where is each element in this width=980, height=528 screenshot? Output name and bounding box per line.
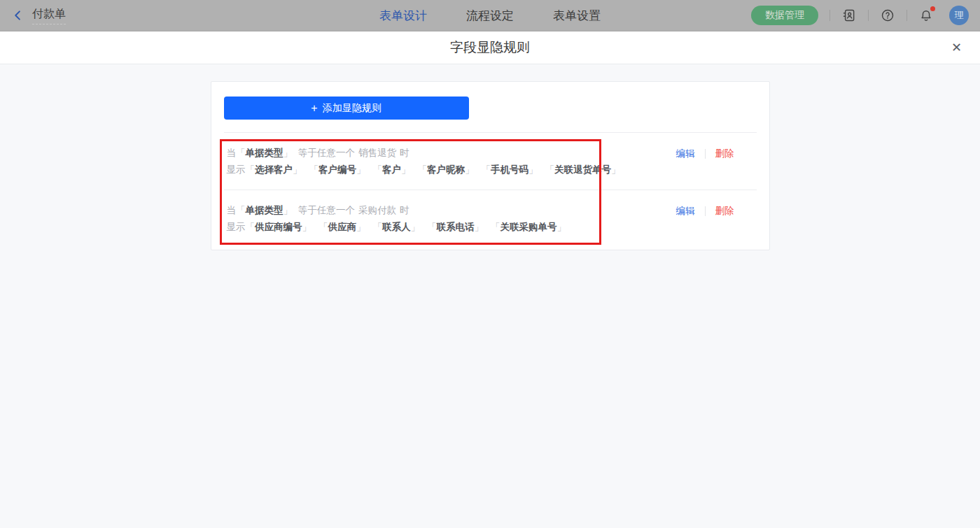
field-visibility-modal: 字段显隐规则 ✕ + 添加显隐规则 当「单据类型」等于任意一个销售退货时 显示「… bbox=[0, 31, 980, 528]
divider bbox=[705, 206, 706, 216]
delete-link[interactable]: 删除 bbox=[715, 148, 734, 160]
data-manage-button[interactable]: 数据管理 bbox=[751, 6, 818, 25]
field-token: 「关联采购单号」 bbox=[491, 222, 566, 232]
form-title[interactable]: 付款单 bbox=[32, 7, 66, 24]
edit-link[interactable]: 编辑 bbox=[676, 148, 695, 160]
tab-form-settings[interactable]: 表单设置 bbox=[553, 8, 601, 24]
rule-condition-line: 当「单据类型」等于任意一个销售退货时 bbox=[227, 145, 628, 162]
field-token: 「关联退货单号」 bbox=[545, 164, 621, 175]
field-token: 「联系电话」 bbox=[427, 222, 484, 232]
close-icon[interactable]: ✕ bbox=[951, 41, 962, 54]
rule-value: 采购付款 bbox=[358, 205, 396, 215]
field-token: 「手机号码」 bbox=[482, 164, 538, 175]
notification-dot bbox=[930, 6, 935, 11]
rule-when-suffix: 时 bbox=[400, 148, 410, 158]
page: 付款单 表单设计 流程设定 表单设置 数据管理 bbox=[0, 0, 980, 528]
plus-icon: + bbox=[311, 103, 317, 114]
rule-fields: 「供应商编号」「供应商」「联系人」「联系电话」「关联采购单号」 bbox=[246, 222, 574, 232]
back-button[interactable] bbox=[11, 8, 25, 22]
field-token: 「单据类型」 bbox=[236, 205, 293, 215]
rule-operator: 等于任意一个 bbox=[298, 205, 355, 215]
rule-actions: 编辑 删除 bbox=[676, 203, 757, 220]
divider bbox=[868, 10, 869, 21]
rule-display-line: 显示「选择客户」「客户编号」「客户」「客户昵称」「手机号码」「关联退货单号」 bbox=[227, 162, 628, 178]
rules-list: 当「单据类型」等于任意一个销售退货时 显示「选择客户」「客户编号」「客户」「客户… bbox=[224, 132, 757, 250]
help-icon[interactable] bbox=[880, 8, 895, 23]
topbar-right: 数据管理 bbox=[751, 6, 969, 25]
tab-process-settings[interactable]: 流程设定 bbox=[466, 8, 514, 24]
rule-text: 当「单据类型」等于任意一个销售退货时 显示「选择客户」「客户编号」「客户」「客户… bbox=[227, 145, 628, 178]
topbar-tabs: 表单设计 流程设定 表单设置 bbox=[379, 0, 601, 31]
rule-row: 当「单据类型」等于任意一个销售退货时 显示「选择客户」「客户编号」「客户」「客户… bbox=[224, 132, 757, 190]
divider bbox=[830, 10, 830, 21]
rule-show-prefix: 显示 bbox=[227, 222, 246, 232]
field-token: 「客户昵称」 bbox=[418, 164, 475, 175]
rule-condition-line: 当「单据类型」等于任意一个采购付款时 bbox=[227, 202, 574, 219]
topbar: 付款单 表单设计 流程设定 表单设置 数据管理 bbox=[0, 0, 980, 31]
contacts-icon[interactable] bbox=[841, 8, 857, 23]
add-rule-button[interactable]: + 添加显隐规则 bbox=[224, 97, 469, 120]
field-token: 「选择客户」 bbox=[246, 164, 302, 175]
field-token: 「单据类型」 bbox=[236, 148, 293, 158]
rule-when-prefix: 当 bbox=[227, 205, 237, 215]
add-rule-label: 添加显隐规则 bbox=[323, 102, 382, 115]
field-token: 「客户」 bbox=[373, 164, 411, 175]
field-token: 「供应商编号」 bbox=[246, 222, 312, 232]
avatar[interactable]: 理 bbox=[949, 6, 969, 25]
rule-when-suffix: 时 bbox=[400, 205, 410, 215]
edit-link[interactable]: 编辑 bbox=[676, 205, 695, 217]
delete-link[interactable]: 删除 bbox=[715, 205, 734, 217]
tab-form-design[interactable]: 表单设计 bbox=[379, 8, 427, 24]
rule-text: 当「单据类型」等于任意一个采购付款时 显示「供应商编号」「供应商」「联系人」「联… bbox=[227, 202, 574, 236]
rule-row: 当「单据类型」等于任意一个采购付款时 显示「供应商编号」「供应商」「联系人」「联… bbox=[224, 190, 757, 250]
modal-title: 字段显隐规则 bbox=[450, 38, 530, 57]
bell-icon[interactable] bbox=[918, 8, 934, 23]
chevron-left-icon bbox=[12, 9, 24, 22]
field-token: 「供应商」 bbox=[318, 222, 366, 232]
rule-show-prefix: 显示 bbox=[227, 164, 246, 175]
rule-fields: 「选择客户」「客户编号」「客户」「客户昵称」「手机号码」「关联退货单号」 bbox=[246, 164, 628, 175]
field-token: 「联系人」 bbox=[373, 222, 421, 232]
rule-operator: 等于任意一个 bbox=[298, 148, 355, 158]
rule-display-line: 显示「供应商编号」「供应商」「联系人」「联系电话」「关联采购单号」 bbox=[227, 219, 574, 236]
divider bbox=[705, 149, 706, 159]
rule-actions: 编辑 删除 bbox=[676, 145, 757, 162]
modal-header: 字段显隐规则 ✕ bbox=[0, 31, 980, 64]
divider bbox=[906, 10, 907, 21]
field-token: 「客户编号」 bbox=[309, 164, 366, 175]
rule-when-prefix: 当 bbox=[227, 148, 237, 158]
rules-card: + 添加显隐规则 当「单据类型」等于任意一个销售退货时 显示「选择客户」「客户编… bbox=[211, 81, 770, 250]
topbar-left: 付款单 bbox=[11, 7, 66, 24]
rule-value: 销售退货 bbox=[358, 148, 396, 158]
modal-body: + 添加显隐规则 当「单据类型」等于任意一个销售退货时 显示「选择客户」「客户编… bbox=[0, 64, 980, 528]
